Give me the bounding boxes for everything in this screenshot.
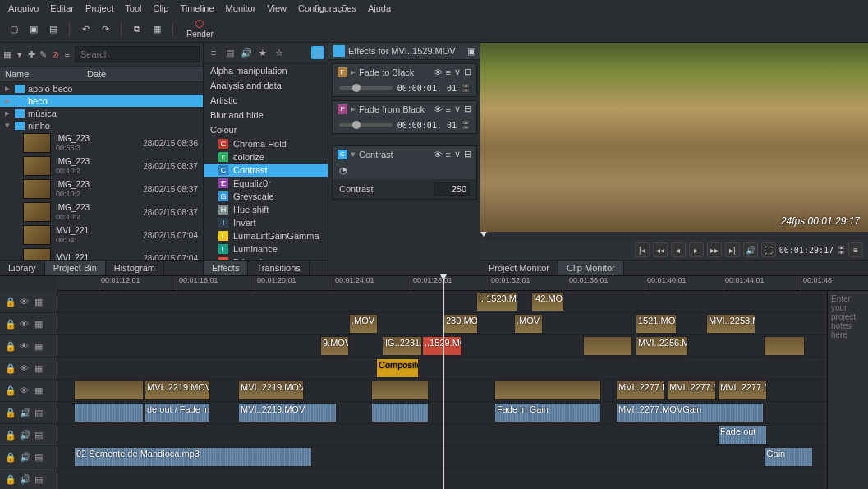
eff-cat[interactable]: Colour xyxy=(204,122,328,137)
timeline-clip[interactable]: MVI..2277.MOV xyxy=(667,381,716,400)
timeline-clip[interactable] xyxy=(371,381,429,400)
track-type-icon[interactable]: ▦ xyxy=(34,363,44,373)
timeline-clip[interactable]: .MOV xyxy=(349,314,378,334)
tab-transitions[interactable]: Transitions xyxy=(248,261,309,275)
project-notes[interactable]: Enter your project notes here xyxy=(827,291,868,489)
tab-library[interactable]: Library xyxy=(0,261,45,275)
timeline-ruler[interactable]: 00:01:12,0100:01:16,0100:01:20,0100:01:2… xyxy=(57,276,868,291)
timeline-clip[interactable]: .MOV xyxy=(514,314,543,334)
timeline-clip[interactable]: MVI..2219.MOV xyxy=(238,381,304,400)
fx-star2-icon[interactable]: ☆ xyxy=(273,46,286,59)
timeline-clip[interactable]: '42.MOV xyxy=(531,292,564,311)
bin-edit-icon[interactable]: ✎ xyxy=(39,48,48,61)
paste-icon[interactable]: ▦ xyxy=(149,22,164,37)
contrast-value-input[interactable] xyxy=(434,182,470,196)
folder-musica[interactable]: ▸música xyxy=(0,107,203,119)
track-type-icon[interactable]: ▤ xyxy=(34,452,44,462)
eye-icon[interactable]: 👁 xyxy=(434,67,443,77)
menu-project[interactable]: Project xyxy=(85,3,113,13)
track-type-icon[interactable]: ▤ xyxy=(34,474,44,484)
lock-icon[interactable]: 🔒 xyxy=(5,341,15,351)
effect-slider[interactable] xyxy=(339,86,393,90)
copy-icon[interactable]: ⧉ xyxy=(130,22,145,37)
tab-project-bin[interactable]: Project Bin xyxy=(45,261,106,275)
hide-icon[interactable]: 👁 xyxy=(20,297,30,307)
menu-clip[interactable]: Clip xyxy=(153,3,168,13)
effect-item[interactable]: H Hue shift xyxy=(204,203,328,216)
timeline-clip[interactable] xyxy=(74,403,144,422)
track-type-icon[interactable]: ▦ xyxy=(34,319,44,329)
menu-icon[interactable]: ≡ xyxy=(446,104,451,114)
clip-row[interactable]: MVI_22100:04: 28/02/15 07:04 xyxy=(0,224,203,247)
timeline-clip[interactable] xyxy=(74,381,144,400)
timeline-clip[interactable]: MVI..2219.MOV xyxy=(145,381,210,400)
step-back-icon[interactable]: ◂◂ xyxy=(653,242,668,257)
playhead[interactable] xyxy=(443,276,444,489)
close-icon[interactable]: ⊟ xyxy=(464,149,471,159)
new-icon[interactable]: ▢ xyxy=(7,22,21,37)
timeline-clip[interactable]: IG..2231.JPG xyxy=(383,336,422,356)
redo-icon[interactable]: ↷ xyxy=(98,22,113,37)
bin-delete-icon[interactable]: ⊘ xyxy=(51,48,60,61)
timeline-clip[interactable]: ..1529.MOV xyxy=(422,336,462,356)
save-icon[interactable]: ▤ xyxy=(46,22,61,37)
mute-icon[interactable]: 🔊 xyxy=(20,474,30,484)
timeline-clip[interactable]: 9.MOV xyxy=(320,336,349,356)
keyframe-icon[interactable]: ◔ xyxy=(339,165,347,176)
fx-video-icon[interactable]: ▤ xyxy=(223,46,237,59)
clip-row[interactable]: IMG_22300:10:2 28/02/15 08:37 xyxy=(0,155,203,178)
timeline-clip[interactable]: 1521.MOV xyxy=(636,314,677,334)
close-icon[interactable]: ⊟ xyxy=(464,67,471,77)
menu-icon[interactable]: ≡ xyxy=(446,67,451,77)
effect-contrast[interactable]: C ▾ Contrast 👁 ≡ ∨ ⊟ ◔ Contrast xyxy=(332,145,477,200)
mute-icon[interactable]: 🔊 xyxy=(20,408,30,417)
menu-view[interactable]: View xyxy=(267,3,287,13)
lock-icon[interactable]: 🔒 xyxy=(5,385,15,395)
effect-item[interactable]: E Equaliz0r xyxy=(204,177,328,190)
menu-config[interactable]: Configurações xyxy=(298,3,356,13)
track-body[interactable]: 02 Semente de Mandioca.mp3Gain xyxy=(57,446,868,468)
tc-spinner[interactable]: ▴▾ xyxy=(837,245,845,255)
monitor-scrubber[interactable] xyxy=(480,232,868,240)
stack-save-icon[interactable]: ▣ xyxy=(467,46,475,57)
timeline-clip[interactable]: MVI..2277.MOVGain xyxy=(616,403,764,422)
effect-item[interactable]: L LumaLiftGainGamma xyxy=(204,229,328,242)
effect-item[interactable]: C Contrast xyxy=(204,164,328,177)
effect-slider[interactable] xyxy=(339,123,393,127)
timeline-clip[interactable]: MVI..2277.MOV xyxy=(616,381,665,400)
timeline-clip[interactable] xyxy=(494,381,601,400)
clip-row[interactable]: IMG_22300:55:3 28/02/15 08:36 xyxy=(0,131,203,155)
timeline-clip[interactable] xyxy=(583,336,632,356)
track-type-icon[interactable]: ▦ xyxy=(34,341,44,351)
tc-spinner[interactable]: ▴▾ xyxy=(462,83,470,93)
mute-icon[interactable]: 🔊 xyxy=(743,242,758,257)
timeline-clip[interactable]: Composite xyxy=(376,358,419,378)
eff-cat[interactable]: Analysis and data xyxy=(204,78,328,93)
effect-item[interactable]: I Invert xyxy=(204,216,328,229)
clip-row[interactable]: IMG_22300:10:2 28/02/15 08:37 xyxy=(0,178,203,201)
monitor-menu-icon[interactable]: ≡ xyxy=(848,242,863,257)
track-type-icon[interactable]: ▦ xyxy=(34,385,44,395)
eye-icon[interactable]: 👁 xyxy=(434,150,443,159)
effect-item[interactable]: G Greyscale xyxy=(204,190,328,203)
timeline-clip[interactable]: MVI..2277.MOV xyxy=(718,381,767,400)
folder-apoio-beco[interactable]: ▸apoio-beco xyxy=(0,82,203,95)
timeline-clip[interactable]: MVI..2256.MOV xyxy=(636,336,688,356)
col-date[interactable]: Date xyxy=(87,69,106,79)
lock-icon[interactable]: 🔒 xyxy=(5,452,15,462)
timeline-clip[interactable]: 02 Semente de Mandioca.mp3 xyxy=(74,447,312,467)
hide-icon[interactable]: 👁 xyxy=(20,363,30,373)
track-body[interactable]: 9.MOVIG..2231.JPG..1529.MOVMVI..2256.MOV xyxy=(57,335,868,357)
fx-info-icon[interactable]: ⓘ xyxy=(311,46,324,59)
eff-cat[interactable]: Blur and hide xyxy=(204,108,328,122)
menu-ajuda[interactable]: Ajuda xyxy=(368,3,391,13)
timeline-clip[interactable]: I..1523.MOV xyxy=(476,292,517,311)
search-input[interactable] xyxy=(75,46,200,62)
clip-row[interactable]: MVI_221 28/02/15 07:04 xyxy=(0,247,203,260)
menu-timeline[interactable]: Timeline xyxy=(180,3,214,13)
lock-icon[interactable]: 🔒 xyxy=(5,363,15,373)
timeline-clip[interactable]: de out / Fade in xyxy=(145,403,210,422)
effect-item[interactable]: C Chroma Hold xyxy=(204,137,328,150)
fx-fav-icon[interactable]: ★ xyxy=(256,46,269,59)
tc-spinner[interactable]: ▴▾ xyxy=(462,120,470,130)
